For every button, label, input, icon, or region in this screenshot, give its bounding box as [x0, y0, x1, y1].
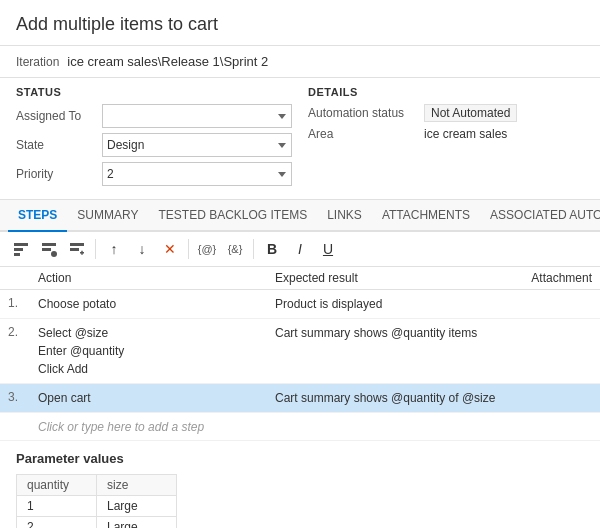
step-expected-2[interactable]: Cart summary shows @quantity items — [275, 324, 512, 342]
steps-header: Action Expected result Attachment — [0, 267, 600, 290]
delete-button[interactable]: ✕ — [157, 236, 183, 262]
svg-rect-9 — [81, 251, 83, 255]
step-num-1: 1. — [8, 295, 38, 310]
assigned-to-row: Assigned To — [16, 104, 292, 128]
add-step-row[interactable]: Click or type here to add a step — [0, 413, 600, 441]
iteration-label: Iteration — [16, 55, 59, 69]
state-label: State — [16, 138, 96, 152]
form-section: STATUS Assigned To State Design Priority… — [0, 78, 600, 200]
steps-toolbar: ↑ ↓ ✕ {@} {&} B I U — [0, 232, 600, 267]
create-shared-step-button[interactable] — [64, 236, 90, 262]
tab-summary[interactable]: SUMMARY — [67, 200, 148, 232]
automation-status-value: Not Automated — [424, 104, 517, 122]
toolbar-sep-3 — [253, 239, 254, 259]
details-title: DETAILS — [308, 86, 584, 98]
param-row-2-quantity[interactable]: 2 — [17, 517, 97, 529]
steps-col-action: Action — [38, 271, 275, 285]
iteration-value: ice cream sales\Release 1\Sprint 2 — [67, 54, 268, 69]
step-row-2[interactable]: 2. Select @sizeEnter @quantityClick Add … — [0, 319, 600, 384]
underline-button[interactable]: U — [315, 236, 341, 262]
insert-shared-param-button[interactable]: {&} — [222, 236, 248, 262]
param-col-quantity: quantity — [17, 475, 97, 496]
insert-shared-step-button[interactable] — [36, 236, 62, 262]
tab-attachments[interactable]: ATTACHMENTS — [372, 200, 480, 232]
step-num-3: 3. — [8, 389, 38, 404]
step-row-1[interactable]: 1. Choose potato Product is displayed — [0, 290, 600, 319]
automation-status-label: Automation status — [308, 106, 418, 120]
status-column: STATUS Assigned To State Design Priority… — [16, 86, 292, 191]
page-container: Add multiple items to cart Iteration ice… — [0, 0, 600, 528]
svg-point-5 — [51, 251, 57, 257]
italic-button[interactable]: I — [287, 236, 313, 262]
param-col-size: size — [97, 475, 177, 496]
assigned-to-label: Assigned To — [16, 109, 96, 123]
move-down-button[interactable]: ↓ — [129, 236, 155, 262]
move-up-button[interactable]: ↑ — [101, 236, 127, 262]
steps-col-attach: Attachment — [512, 271, 592, 285]
bold-button[interactable]: B — [259, 236, 285, 262]
automation-status-row: Automation status Not Automated — [308, 104, 584, 122]
state-select[interactable]: Design — [102, 133, 292, 157]
toolbar-sep-2 — [188, 239, 189, 259]
param-table: quantity size 1 Large 2 Large 1 Medium — [16, 474, 177, 528]
step-num-2: 2. — [8, 324, 38, 339]
tabs-bar: STEPS SUMMARY TESTED BACKLOG ITEMS LINKS… — [0, 200, 600, 232]
step-action-3[interactable]: Open cart — [38, 389, 275, 407]
param-title: Parameter values — [16, 451, 584, 466]
step-action-1[interactable]: Choose potato — [38, 295, 275, 313]
insert-step-button[interactable] — [8, 236, 34, 262]
param-row-1[interactable]: 1 Large — [17, 496, 177, 517]
step-row-3[interactable]: 3. Open cart Cart summary shows @quantit… — [0, 384, 600, 413]
tab-links[interactable]: LINKS — [317, 200, 372, 232]
svg-rect-3 — [42, 243, 56, 246]
details-column: DETAILS Automation status Not Automated … — [308, 86, 584, 191]
tab-steps[interactable]: STEPS — [8, 200, 67, 232]
param-row-2-size[interactable]: Large — [97, 517, 177, 529]
tab-backlog[interactable]: TESTED BACKLOG ITEMS — [148, 200, 317, 232]
svg-rect-6 — [70, 243, 84, 246]
area-row: Area ice cream sales — [308, 127, 584, 141]
assigned-to-select[interactable] — [102, 104, 292, 128]
svg-rect-7 — [70, 248, 79, 251]
step-expected-3[interactable]: Cart summary shows @quantity of @size — [275, 389, 512, 407]
page-title: Add multiple items to cart — [16, 14, 584, 35]
svg-rect-0 — [14, 243, 28, 246]
step-action-2[interactable]: Select @sizeEnter @quantityClick Add — [38, 324, 275, 378]
param-row-1-size[interactable]: Large — [97, 496, 177, 517]
param-row-1-quantity[interactable]: 1 — [17, 496, 97, 517]
parameter-values-section: Parameter values quantity size 1 Large 2… — [0, 441, 600, 528]
steps-col-expected: Expected result — [275, 271, 512, 285]
svg-rect-4 — [42, 248, 51, 251]
tab-automation[interactable]: ASSOCIATED AUTOMATION — [480, 200, 600, 232]
insert-param-button[interactable]: {@} — [194, 236, 220, 262]
priority-select[interactable]: 2 — [102, 162, 292, 186]
step-expected-1[interactable]: Product is displayed — [275, 295, 512, 313]
area-value: ice cream sales — [424, 127, 507, 141]
svg-rect-2 — [14, 253, 20, 256]
status-title: STATUS — [16, 86, 292, 98]
param-row-2[interactable]: 2 Large — [17, 517, 177, 529]
page-header: Add multiple items to cart — [0, 0, 600, 46]
state-row: State Design — [16, 133, 292, 157]
priority-label: Priority — [16, 167, 96, 181]
steps-col-num — [8, 271, 38, 285]
priority-row: Priority 2 — [16, 162, 292, 186]
param-header-row: quantity size — [17, 475, 177, 496]
add-step-hint[interactable]: Click or type here to add a step — [38, 420, 204, 434]
area-label: Area — [308, 127, 418, 141]
svg-rect-1 — [14, 248, 23, 251]
iteration-row: Iteration ice cream sales\Release 1\Spri… — [0, 46, 600, 78]
toolbar-sep-1 — [95, 239, 96, 259]
